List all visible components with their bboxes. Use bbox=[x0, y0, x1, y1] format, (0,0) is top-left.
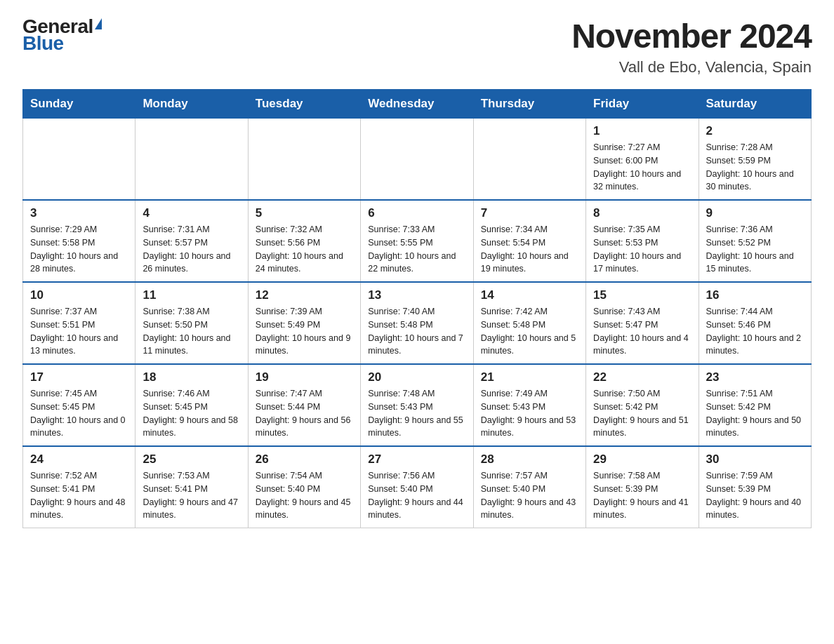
day-info: Sunrise: 7:49 AMSunset: 5:43 PMDaylight:… bbox=[481, 387, 578, 440]
day-number: 11 bbox=[143, 288, 240, 302]
calendar-cell: 25Sunrise: 7:53 AMSunset: 5:41 PMDayligh… bbox=[135, 446, 248, 528]
calendar-cell: 3Sunrise: 7:29 AMSunset: 5:58 PMDaylight… bbox=[23, 200, 135, 282]
day-number: 16 bbox=[706, 288, 804, 302]
calendar-cell: 4Sunrise: 7:31 AMSunset: 5:57 PMDaylight… bbox=[135, 200, 248, 282]
day-info: Sunrise: 7:46 AMSunset: 5:45 PMDaylight:… bbox=[143, 387, 240, 440]
day-info: Sunrise: 7:33 AMSunset: 5:55 PMDaylight:… bbox=[368, 223, 465, 276]
day-info: Sunrise: 7:27 AMSunset: 6:00 PMDaylight:… bbox=[593, 141, 691, 194]
calendar-cell bbox=[361, 119, 473, 201]
day-info: Sunrise: 7:45 AMSunset: 5:45 PMDaylight:… bbox=[30, 387, 128, 440]
day-number: 17 bbox=[30, 370, 128, 384]
day-number: 18 bbox=[143, 370, 240, 384]
day-info: Sunrise: 7:28 AMSunset: 5:59 PMDaylight:… bbox=[706, 141, 804, 194]
day-number: 7 bbox=[481, 206, 578, 220]
day-number: 21 bbox=[481, 370, 578, 384]
day-info: Sunrise: 7:38 AMSunset: 5:50 PMDaylight:… bbox=[143, 305, 240, 358]
calendar-cell bbox=[248, 119, 360, 201]
calendar-location: Vall de Ebo, Valencia, Spain bbox=[571, 58, 812, 76]
header-tuesday: Tuesday bbox=[248, 90, 360, 119]
calendar-cell: 22Sunrise: 7:50 AMSunset: 5:42 PMDayligh… bbox=[586, 364, 699, 446]
page-header: General Blue November 2024 Vall de Ebo, … bbox=[22, 17, 812, 76]
logo-blue-text: Blue bbox=[22, 34, 102, 53]
weekday-header-row: Sunday Monday Tuesday Wednesday Thursday… bbox=[23, 90, 812, 119]
day-info: Sunrise: 7:48 AMSunset: 5:43 PMDaylight:… bbox=[368, 387, 465, 440]
day-number: 12 bbox=[256, 288, 353, 302]
day-info: Sunrise: 7:54 AMSunset: 5:40 PMDaylight:… bbox=[256, 469, 353, 522]
header-thursday: Thursday bbox=[473, 90, 585, 119]
day-number: 20 bbox=[368, 370, 465, 384]
calendar-cell: 29Sunrise: 7:58 AMSunset: 5:39 PMDayligh… bbox=[586, 446, 699, 528]
day-info: Sunrise: 7:35 AMSunset: 5:53 PMDaylight:… bbox=[593, 223, 691, 276]
day-number: 22 bbox=[593, 370, 691, 384]
calendar-cell: 19Sunrise: 7:47 AMSunset: 5:44 PMDayligh… bbox=[248, 364, 360, 446]
calendar-cell: 12Sunrise: 7:39 AMSunset: 5:49 PMDayligh… bbox=[248, 282, 360, 364]
calendar-cell: 16Sunrise: 7:44 AMSunset: 5:46 PMDayligh… bbox=[699, 282, 811, 364]
logo: General Blue bbox=[22, 17, 102, 53]
calendar-cell: 20Sunrise: 7:48 AMSunset: 5:43 PMDayligh… bbox=[361, 364, 473, 446]
day-number: 10 bbox=[30, 288, 128, 302]
day-number: 25 bbox=[143, 452, 240, 467]
calendar-title: November 2024 bbox=[571, 17, 812, 55]
day-number: 24 bbox=[30, 452, 128, 467]
calendar-cell: 23Sunrise: 7:51 AMSunset: 5:42 PMDayligh… bbox=[699, 364, 811, 446]
header-sunday: Sunday bbox=[23, 90, 135, 119]
day-info: Sunrise: 7:37 AMSunset: 5:51 PMDaylight:… bbox=[30, 305, 128, 358]
calendar-cell: 21Sunrise: 7:49 AMSunset: 5:43 PMDayligh… bbox=[473, 364, 585, 446]
day-number: 27 bbox=[368, 452, 465, 467]
header-saturday: Saturday bbox=[699, 90, 811, 119]
calendar-cell: 2Sunrise: 7:28 AMSunset: 5:59 PMDaylight… bbox=[699, 119, 811, 201]
day-info: Sunrise: 7:39 AMSunset: 5:49 PMDaylight:… bbox=[256, 305, 353, 358]
day-number: 14 bbox=[481, 288, 578, 302]
calendar-cell: 17Sunrise: 7:45 AMSunset: 5:45 PMDayligh… bbox=[23, 364, 135, 446]
day-number: 5 bbox=[256, 206, 353, 220]
calendar-cell: 7Sunrise: 7:34 AMSunset: 5:54 PMDaylight… bbox=[473, 200, 585, 282]
day-number: 9 bbox=[706, 206, 804, 220]
calendar-cell: 13Sunrise: 7:40 AMSunset: 5:48 PMDayligh… bbox=[361, 282, 473, 364]
day-info: Sunrise: 7:53 AMSunset: 5:41 PMDaylight:… bbox=[143, 469, 240, 522]
calendar-cell: 9Sunrise: 7:36 AMSunset: 5:52 PMDaylight… bbox=[699, 200, 811, 282]
calendar-cell: 11Sunrise: 7:38 AMSunset: 5:50 PMDayligh… bbox=[135, 282, 248, 364]
day-info: Sunrise: 7:57 AMSunset: 5:40 PMDaylight:… bbox=[481, 469, 578, 522]
calendar-cell: 10Sunrise: 7:37 AMSunset: 5:51 PMDayligh… bbox=[23, 282, 135, 364]
day-info: Sunrise: 7:40 AMSunset: 5:48 PMDaylight:… bbox=[368, 305, 465, 358]
day-number: 29 bbox=[593, 452, 691, 467]
day-number: 30 bbox=[706, 452, 804, 467]
calendar-cell: 1Sunrise: 7:27 AMSunset: 6:00 PMDaylight… bbox=[586, 119, 699, 201]
day-number: 4 bbox=[143, 206, 240, 220]
calendar-cell: 28Sunrise: 7:57 AMSunset: 5:40 PMDayligh… bbox=[473, 446, 585, 528]
day-info: Sunrise: 7:58 AMSunset: 5:39 PMDaylight:… bbox=[593, 469, 691, 522]
calendar-week-row: 1Sunrise: 7:27 AMSunset: 6:00 PMDaylight… bbox=[23, 119, 812, 201]
calendar-table: Sunday Monday Tuesday Wednesday Thursday… bbox=[22, 89, 812, 528]
day-number: 2 bbox=[706, 124, 804, 138]
calendar-week-row: 17Sunrise: 7:45 AMSunset: 5:45 PMDayligh… bbox=[23, 364, 812, 446]
day-number: 1 bbox=[593, 124, 691, 138]
day-info: Sunrise: 7:59 AMSunset: 5:39 PMDaylight:… bbox=[706, 469, 804, 522]
day-info: Sunrise: 7:32 AMSunset: 5:56 PMDaylight:… bbox=[256, 223, 353, 276]
day-info: Sunrise: 7:47 AMSunset: 5:44 PMDaylight:… bbox=[256, 387, 353, 440]
calendar-cell: 15Sunrise: 7:43 AMSunset: 5:47 PMDayligh… bbox=[586, 282, 699, 364]
calendar-week-row: 3Sunrise: 7:29 AMSunset: 5:58 PMDaylight… bbox=[23, 200, 812, 282]
calendar-cell bbox=[473, 119, 585, 201]
day-number: 8 bbox=[593, 206, 691, 220]
day-number: 23 bbox=[706, 370, 804, 384]
day-info: Sunrise: 7:44 AMSunset: 5:46 PMDaylight:… bbox=[706, 305, 804, 358]
calendar-week-row: 24Sunrise: 7:52 AMSunset: 5:41 PMDayligh… bbox=[23, 446, 812, 528]
calendar-cell: 30Sunrise: 7:59 AMSunset: 5:39 PMDayligh… bbox=[699, 446, 811, 528]
calendar-cell: 14Sunrise: 7:42 AMSunset: 5:48 PMDayligh… bbox=[473, 282, 585, 364]
day-info: Sunrise: 7:43 AMSunset: 5:47 PMDaylight:… bbox=[593, 305, 691, 358]
day-number: 13 bbox=[368, 288, 465, 302]
day-number: 28 bbox=[481, 452, 578, 467]
header-wednesday: Wednesday bbox=[361, 90, 473, 119]
day-number: 3 bbox=[30, 206, 128, 220]
day-info: Sunrise: 7:29 AMSunset: 5:58 PMDaylight:… bbox=[30, 223, 128, 276]
day-info: Sunrise: 7:56 AMSunset: 5:40 PMDaylight:… bbox=[368, 469, 465, 522]
day-info: Sunrise: 7:34 AMSunset: 5:54 PMDaylight:… bbox=[481, 223, 578, 276]
day-number: 19 bbox=[256, 370, 353, 384]
day-info: Sunrise: 7:42 AMSunset: 5:48 PMDaylight:… bbox=[481, 305, 578, 358]
day-info: Sunrise: 7:50 AMSunset: 5:42 PMDaylight:… bbox=[593, 387, 691, 440]
day-number: 6 bbox=[368, 206, 465, 220]
day-number: 15 bbox=[593, 288, 691, 302]
header-friday: Friday bbox=[586, 90, 699, 119]
calendar-cell bbox=[135, 119, 248, 201]
calendar-cell: 24Sunrise: 7:52 AMSunset: 5:41 PMDayligh… bbox=[23, 446, 135, 528]
